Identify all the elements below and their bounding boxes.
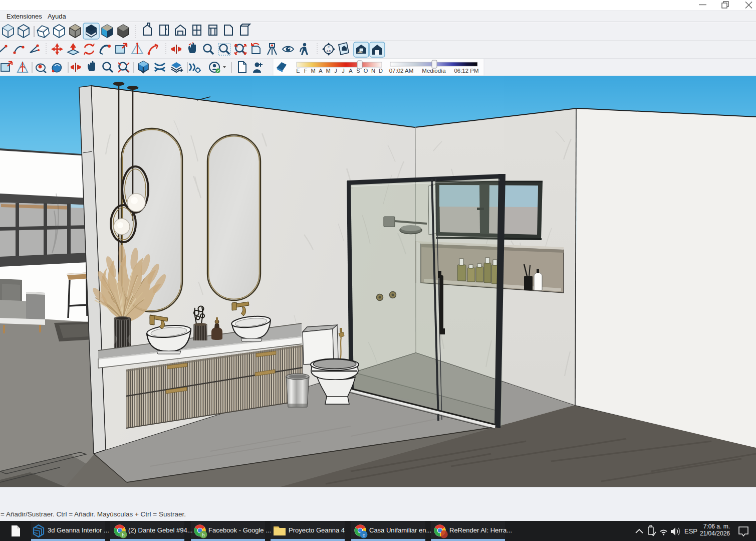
svg-text:N: N: [371, 68, 375, 74]
svg-text:A-B: A-B: [327, 50, 331, 53]
svg-text:M: M: [311, 68, 315, 74]
svg-text:06:12 PM: 06:12 PM: [454, 68, 478, 74]
svg-text:J: J: [342, 68, 345, 74]
svg-text:F: F: [304, 68, 308, 74]
svg-text:h: h: [122, 532, 124, 537]
svg-text:A: A: [349, 68, 353, 74]
svg-text:h: h: [202, 532, 204, 537]
svg-text:S: S: [356, 68, 360, 74]
svg-text:E: E: [296, 68, 300, 74]
svg-text:A: A: [319, 68, 323, 74]
svg-text:C: C: [328, 46, 330, 49]
svg-text:D: D: [379, 68, 383, 74]
svg-text:Mediodía: Mediodía: [422, 68, 446, 74]
svg-text:c: c: [363, 532, 365, 537]
svg-text:07:02 AM: 07:02 AM: [389, 68, 414, 74]
svg-text:M: M: [326, 68, 330, 74]
svg-text:O: O: [364, 68, 368, 74]
svg-text:J: J: [334, 68, 337, 74]
